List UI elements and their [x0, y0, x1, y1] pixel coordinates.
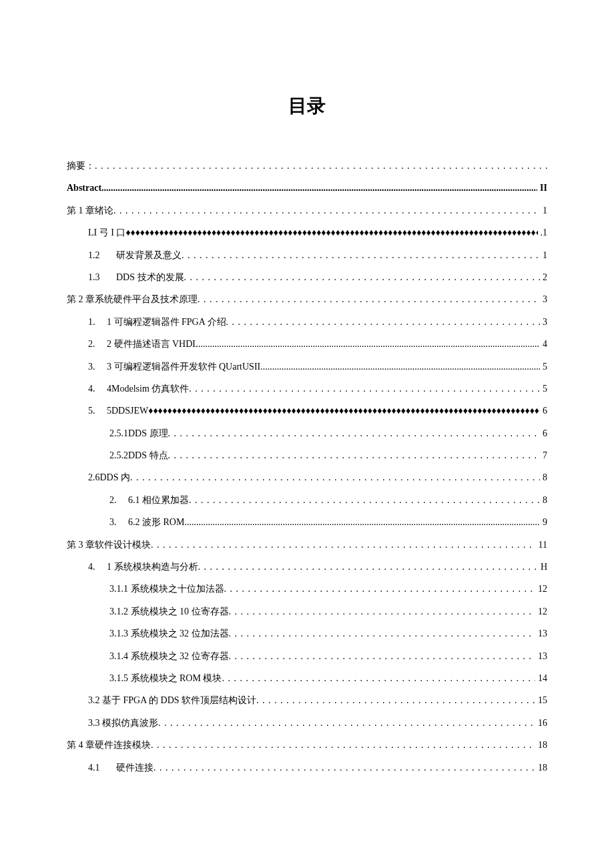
toc-text: 3 可编程逻辑器件开发软件 QUartUSII [107, 362, 260, 372]
toc-label: 3.2 基于 FPGA 的 DDS 软件顶层结构设计 [88, 693, 256, 708]
toc-text: 1 可编程逻辑器件 FPGA 介绍 [107, 317, 226, 327]
toc-label: 4.1硬件连接 [88, 761, 154, 775]
toc-entry-ch2-4: 4.4Modelsim 仿真软件 5 [67, 382, 547, 396]
toc-leader [151, 538, 536, 552]
toc-label: 4.4Modelsim 仿真软件 [88, 382, 189, 396]
toc-entry-ch3-1-4: 3.1.4 系统模块之 32 位寄存器 13 [67, 649, 547, 664]
toc-label: 第 3 章软件设计模块 [67, 538, 151, 552]
toc-leader [198, 560, 538, 574]
toc-entry-ch2-6: 2.6DDS 内 8 [67, 470, 547, 485]
toc-label: 3.3 模拟仿真波形 [88, 716, 158, 731]
toc-page-number: 18 [535, 738, 547, 753]
toc-page-number: 1 [540, 203, 547, 218]
toc-leader [198, 292, 540, 307]
toc-page-number: 1 [540, 248, 547, 263]
toc-page-number: 8 [540, 493, 547, 508]
toc-entry-ch1-2: 1.2研发背景及意义 1 [67, 248, 547, 263]
toc-label: 2.5.1DDS 原理 [109, 426, 168, 441]
toc-entry-ch2-3: 3.3 可编程逻辑器件开发软件 QUartUSII 5 [67, 360, 547, 374]
toc-page-number: 7 [540, 448, 547, 463]
toc-entry-ch2-6-2: 3.6.2 波形 ROM 9 [67, 515, 547, 530]
toc-text: 2 硬件描述语言 VHDL [107, 339, 198, 349]
toc-label: 2.6.1 相位累加器 [109, 493, 189, 508]
toc-page-number: 9 [540, 515, 547, 530]
toc-leader [125, 226, 537, 240]
toc-label: 2.6DDS 内 [88, 470, 130, 485]
toc-num: 3. [109, 515, 128, 530]
toc-leader [229, 649, 536, 664]
toc-text: 5DDSJEW [107, 406, 148, 416]
toc-page-number: 5 [540, 360, 547, 374]
toc-text: 4Modelsim 仿真软件 [107, 384, 189, 394]
toc-page-number: 12 [535, 604, 547, 619]
toc-page-number: 8 [540, 470, 547, 485]
toc-label: 2.5.2DDS 特点 [109, 448, 168, 463]
toc-entry-ch2-1: 1.1 可编程逻辑器件 FPGA 介绍 3 [67, 315, 547, 330]
toc-leader [158, 716, 535, 731]
toc-leader [151, 738, 535, 753]
toc-entry-ch3-1: 4.1 系统模块构造与分析 H [67, 560, 547, 574]
toc-num: 3. [88, 360, 107, 374]
toc-leader [184, 515, 540, 530]
toc-num: 5. [88, 404, 107, 418]
toc-num: 1.2 [88, 248, 107, 263]
toc-leader [198, 337, 540, 352]
toc-label: 3.1.4 系统模块之 32 位寄存器 [109, 649, 229, 664]
toc-entry-ch2: 第 2 章系统硬件平台及技术原理 3 [67, 292, 547, 307]
toc-entry-ch2-5: 5.5DDSJEW 6 [67, 404, 547, 418]
toc-leader [113, 203, 540, 218]
toc-entry-ch3-1-3: 3.1.3 系统模块之 32 位加法器 13 [67, 626, 547, 641]
toc-label: 3.1.1 系统模块之十位加法器 [109, 582, 224, 596]
toc-entry-ch3-1-2: 3.1.2 系统模块之 10 位寄存器 12 [67, 604, 547, 619]
toc-leader [168, 426, 540, 441]
toc-leader [148, 404, 540, 418]
toc-num: 4.1 [88, 761, 107, 775]
document-page: 目录 摘要： Abstract II 第 1 章绪论 1 LI 弓 I 口 .1… [0, 0, 614, 823]
toc-label: 第 4 章硬件连接模块 [67, 738, 151, 753]
toc-label: 3.6.2 波形 ROM [109, 515, 184, 530]
toc-entry-ch1-1: LI 弓 I 口 .1 [67, 226, 547, 240]
toc-page-number: 15 [535, 693, 547, 708]
toc-page-number: 4 [540, 337, 547, 352]
toc-leader [189, 493, 540, 508]
toc-text: 6.2 波形 ROM [128, 517, 184, 527]
toc-entry-ch2-5-1: 2.5.1DDS 原理 6 [67, 426, 547, 441]
toc-page-number: .1 [538, 226, 548, 240]
toc-leader [260, 360, 540, 374]
toc-page-number: 2 [540, 270, 547, 285]
toc-label: 2.2 硬件描述语言 VHDL [88, 337, 198, 352]
toc-label: 1.1 可编程逻辑器件 FPGA 介绍 [88, 315, 226, 330]
toc-label: 摘要： [67, 159, 95, 173]
toc-page-number: H [538, 560, 547, 574]
toc-leader [256, 693, 535, 708]
toc-leader [182, 248, 540, 263]
toc-page-number: 18 [535, 761, 547, 775]
toc-page-number: 6 [540, 426, 547, 441]
toc-num: 2. [88, 337, 107, 352]
toc-num: 1. [88, 315, 107, 330]
toc-entry-abstract-en: Abstract II [67, 181, 547, 195]
toc-leader [184, 270, 540, 285]
toc-label: 3.1.2 系统模块之 10 位寄存器 [109, 604, 229, 619]
toc-entry-ch4: 第 4 章硬件连接模块 18 [67, 738, 547, 753]
toc-label: 3.1.5 系统模块之 ROM 模块 [109, 671, 222, 686]
toc-entry-ch3-2: 3.2 基于 FPGA 的 DDS 软件顶层结构设计 15 [67, 693, 547, 708]
toc-text: 硬件连接 [116, 763, 154, 773]
toc-entry-ch1: 第 1 章绪论 1 [67, 203, 547, 218]
toc-label: 5.5DDSJEW [88, 404, 148, 418]
toc-text: 6.1 相位累加器 [128, 495, 189, 505]
toc-text: 1 系统模块构造与分析 [107, 562, 198, 572]
toc-leader [189, 382, 540, 396]
toc-text: DDS 技术的发展 [116, 272, 184, 282]
toc-entry-ch3-1-5: 3.1.5 系统模块之 ROM 模块 14 [67, 671, 547, 686]
toc-page-number: 14 [535, 671, 547, 686]
toc-page-number: 12 [535, 582, 547, 596]
toc-entry-ch2-5-2: 2.5.2DDS 特点 7 [67, 448, 547, 463]
toc-entry-ch1-3: 1.3DDS 技术的发展 2 [67, 270, 547, 285]
toc-entry-ch3-3: 3.3 模拟仿真波形 16 [67, 716, 547, 731]
toc-label: 1.3DDS 技术的发展 [88, 270, 184, 285]
toc-entry-ch2-6-1: 2.6.1 相位累加器 8 [67, 493, 547, 508]
toc-entry-ch3-1-1: 3.1.1 系统模块之十位加法器 12 [67, 582, 547, 596]
toc-leader [130, 470, 540, 485]
toc-leader [224, 582, 536, 596]
